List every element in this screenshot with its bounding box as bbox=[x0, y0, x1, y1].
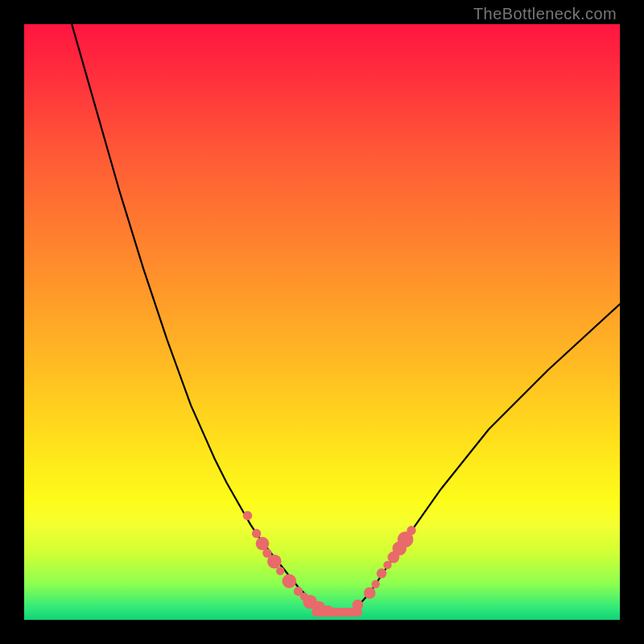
chart-frame: TheBottleneck.com bbox=[0, 0, 644, 644]
curve-line bbox=[72, 24, 620, 613]
svg-point-7 bbox=[283, 574, 297, 588]
svg-point-12 bbox=[323, 605, 334, 617]
svg-point-2 bbox=[252, 529, 261, 538]
svg-point-14 bbox=[364, 587, 376, 599]
watermark-text: TheBottleneck.com bbox=[473, 5, 617, 23]
svg-point-16 bbox=[377, 568, 386, 578]
plot-area bbox=[24, 24, 620, 620]
svg-point-6 bbox=[276, 567, 284, 575]
svg-point-13 bbox=[353, 600, 364, 611]
svg-point-3 bbox=[256, 537, 270, 551]
chart-svg bbox=[24, 24, 620, 620]
svg-point-15 bbox=[371, 580, 379, 588]
svg-point-1 bbox=[243, 511, 252, 520]
svg-point-21 bbox=[407, 526, 415, 535]
highlight-dots bbox=[243, 511, 416, 617]
svg-point-5 bbox=[267, 555, 282, 569]
